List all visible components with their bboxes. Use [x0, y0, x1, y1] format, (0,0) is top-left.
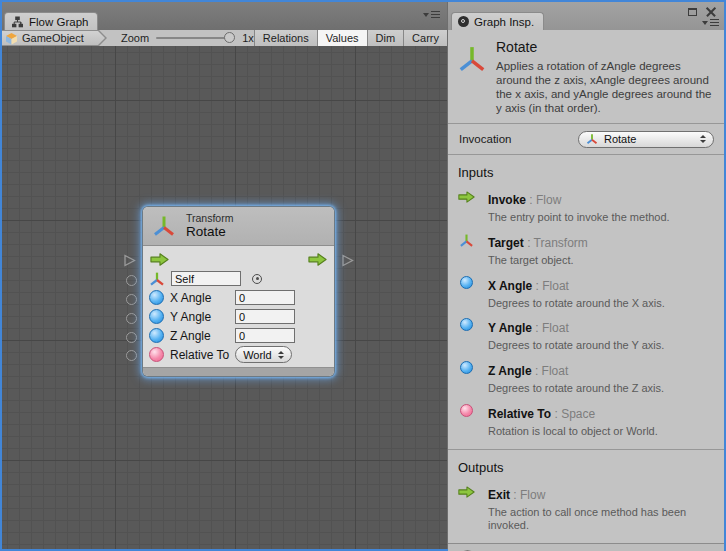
flow-graph-tabbar: Flow Graph [2, 2, 447, 30]
flow-arrow-icon [457, 190, 475, 225]
breadcrumb-gameobject[interactable]: GameObject [2, 30, 108, 46]
menu-lines-icon [431, 11, 440, 19]
relative-to-label: Relative To [170, 348, 229, 362]
zoom-slider-track [156, 37, 227, 39]
y-angle-field[interactable] [235, 309, 295, 324]
external-flow-in-port[interactable] [123, 253, 136, 271]
port-type: Float [542, 321, 569, 335]
port-description: The entry point to invoke the method. [488, 211, 670, 225]
graph-inspector-icon [458, 16, 469, 27]
float-port-icon[interactable] [149, 328, 164, 343]
external-flow-out-port[interactable] [341, 253, 354, 271]
inspector-input-target: Target : Transform The target object. [454, 233, 718, 268]
external-y-angle-port[interactable] [126, 313, 137, 324]
port-description: Degrees to rotate around the X axis. [488, 297, 665, 311]
float-ball-icon [457, 318, 475, 353]
external-target-port[interactable] [126, 275, 137, 286]
popup-arrows-icon [278, 351, 284, 359]
inspector-input-x-angle: X Angle : Float Degrees to rotate around… [454, 276, 718, 311]
float-ball-icon [457, 276, 475, 311]
node-title: Rotate [186, 224, 233, 240]
exit-flow-port-icon[interactable] [308, 252, 327, 267]
external-relative-port[interactable] [126, 350, 137, 361]
node-body: X Angle Y Angle Z Angle [143, 246, 334, 364]
flow-graph-icon [11, 16, 24, 28]
port-type: Float [542, 279, 569, 293]
object-picker-icon[interactable] [252, 274, 262, 284]
zoom-label: Zoom [121, 32, 149, 44]
transform-icon [457, 233, 475, 268]
toolbar-buttons: Relations Values Dim Carry [254, 30, 447, 46]
tab-flow-graph[interactable]: Flow Graph [4, 12, 98, 30]
inspector-tabbar: Graph Insp. [448, 2, 724, 30]
tab-graph-inspector[interactable]: Graph Insp. [451, 12, 544, 30]
port-description: Rotation is local to object or World. [488, 425, 658, 439]
relations-button[interactable]: Relations [254, 30, 317, 46]
flow-panel-menu-icon[interactable] [423, 11, 440, 19]
zoom-slider[interactable] [156, 30, 235, 46]
x-angle-label: X Angle [170, 291, 235, 305]
relative-to-value: World [243, 349, 272, 361]
graph-canvas[interactable]: Transform Rotate [2, 46, 447, 549]
port-name: Relative To [488, 407, 551, 421]
graph-inspector-panel: Graph Insp. Rotate Applies a rotation of… [447, 2, 724, 549]
inspector-input-invoke: Invoke : Flow The entry point to invoke … [454, 190, 718, 225]
x-angle-field[interactable] [235, 290, 295, 305]
transform-port-icon[interactable] [149, 271, 165, 287]
external-x-angle-port[interactable] [126, 294, 137, 305]
carry-button[interactable]: Carry [403, 30, 447, 46]
float-port-icon[interactable] [149, 309, 164, 324]
unit-title: Rotate [496, 39, 712, 55]
space-port-icon[interactable] [149, 347, 164, 362]
relative-to-dropdown[interactable]: World [235, 346, 292, 363]
port-type: Flow [536, 193, 561, 207]
node-z-angle-row: Z Angle [149, 326, 328, 345]
popup-arrows-icon [700, 135, 706, 143]
unit-documentation: Rotate Applies a rotation of zAngle degr… [448, 30, 724, 124]
invoke-flow-port-icon[interactable] [150, 252, 169, 267]
invocation-row: Invocation Rotate [448, 124, 724, 155]
outputs-section: Outputs Exit : Flow The action to call o… [448, 449, 724, 544]
gameobject-cube-icon [5, 32, 18, 45]
inspector-input-relative-to: Relative To : Space Rotation is local to… [454, 404, 718, 439]
inspector-output-exit: Exit : Flow The action to call once meth… [454, 485, 718, 534]
node-header[interactable]: Transform Rotate [143, 207, 334, 246]
caret-icon [702, 21, 708, 25]
zoom-slider-handle[interactable] [224, 32, 235, 43]
node-x-angle-row: X Angle [149, 288, 328, 307]
invocation-dropdown[interactable]: Rotate [578, 131, 714, 148]
breadcrumb-label: GameObject [22, 32, 84, 44]
node-target-row [149, 269, 328, 288]
port-name: X Angle [488, 279, 532, 293]
invocation-label: Invocation [459, 133, 511, 145]
node-transform-rotate[interactable]: Transform Rotate [143, 207, 334, 376]
transform-icon [152, 213, 176, 239]
z-angle-field[interactable] [235, 328, 295, 343]
inputs-heading: Inputs [458, 165, 718, 180]
y-angle-label: Y Angle [170, 310, 235, 324]
port-description: Degrees to rotate around the Y axis. [488, 339, 664, 353]
inspector-input-y-angle: Y Angle : Float Degrees to rotate around… [454, 318, 718, 353]
unit-description: Applies a rotation of zAngle degrees aro… [496, 59, 712, 115]
dim-button[interactable]: Dim [367, 30, 404, 46]
close-icon[interactable] [706, 7, 716, 17]
node-footer [143, 367, 334, 376]
port-description: The action to call once method has been … [488, 506, 718, 534]
window-controls [688, 7, 716, 17]
external-z-angle-port[interactable] [126, 332, 137, 343]
float-ball-icon [457, 361, 475, 396]
space-ball-icon [457, 404, 475, 439]
values-button[interactable]: Values [317, 30, 367, 46]
port-name: Target [488, 236, 524, 250]
inspector-input-z-angle: Z Angle : Float Degrees to rotate around… [454, 361, 718, 396]
transform-icon [586, 133, 598, 145]
float-port-icon[interactable] [149, 290, 164, 305]
target-self-field[interactable] [171, 271, 241, 286]
inspector-menu-icon[interactable] [702, 19, 719, 27]
port-type: Transform [534, 236, 588, 250]
maximize-icon[interactable] [688, 8, 697, 16]
invocation-value: Rotate [604, 133, 636, 145]
caret-icon [423, 13, 429, 17]
port-description: Degrees to rotate around the Z axis. [488, 382, 664, 396]
port-name: Z Angle [488, 364, 532, 378]
